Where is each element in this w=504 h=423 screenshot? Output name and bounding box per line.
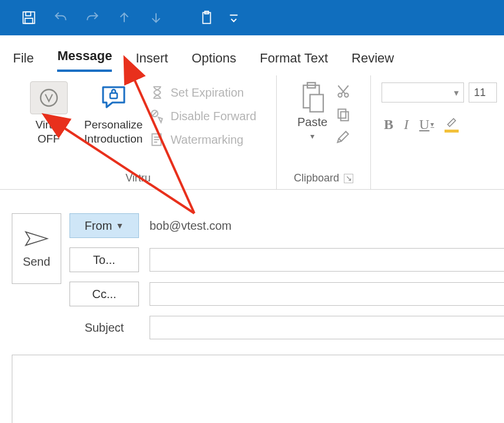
- send-label: Send: [23, 255, 51, 269]
- ribbon-group-virtru: Virtru OFF Personalize Introduction: [0, 75, 277, 189]
- personalize-line2: Introduction: [84, 132, 142, 146]
- subject-input[interactable]: [150, 316, 504, 339]
- ribbon-group-clipboard: Paste ▾ Clipboard ↘: [277, 75, 371, 189]
- from-label: From: [85, 219, 112, 233]
- cut-button[interactable]: [336, 84, 351, 101]
- format-painter-button[interactable]: [336, 130, 351, 147]
- virtru-options: Set Expiration Disable Forward Watermark…: [146, 78, 260, 147]
- set-expiration-button[interactable]: Set Expiration: [150, 85, 257, 100]
- svg-rect-15: [341, 112, 349, 121]
- svg-rect-14: [338, 109, 346, 118]
- virtru-toggle-line1: Virtru: [35, 118, 62, 132]
- to-button[interactable]: To...: [69, 247, 139, 272]
- tab-message[interactable]: Message: [57, 48, 112, 72]
- cc-input[interactable]: [150, 282, 504, 306]
- watermarking-button[interactable]: Watermarking: [150, 132, 257, 147]
- paste-icon: [299, 81, 326, 113]
- personalize-line1: Personalize: [84, 118, 142, 132]
- italic-button[interactable]: I: [404, 117, 409, 133]
- down-arrow-icon[interactable]: [144, 5, 168, 30]
- chevron-down-icon: ▾: [454, 87, 459, 98]
- redo-icon[interactable]: [80, 5, 105, 30]
- tab-format-text[interactable]: Format Text: [260, 51, 328, 72]
- set-expiration-label: Set Expiration: [171, 86, 244, 100]
- customize-qat-icon[interactable]: [226, 5, 241, 30]
- disable-forward-label: Disable Forward: [171, 110, 257, 123]
- from-button[interactable]: From ▼: [69, 213, 139, 238]
- font-size-selector[interactable]: 11: [469, 82, 497, 103]
- paste-label: Paste: [297, 115, 327, 129]
- svg-rect-6: [110, 93, 117, 98]
- copy-button[interactable]: [336, 107, 351, 124]
- subject-label: Subject: [69, 321, 139, 335]
- clipboard-icon[interactable]: [194, 5, 219, 30]
- menu-bar: File Message Insert Options Format Text …: [0, 35, 504, 72]
- to-label: To...: [93, 253, 115, 267]
- underline-button[interactable]: U▾: [419, 117, 434, 133]
- clipboard-group-label: Clipboard ↘: [294, 168, 353, 187]
- message-body[interactable]: [12, 355, 504, 423]
- bold-button[interactable]: B: [384, 117, 393, 133]
- paste-button[interactable]: Paste ▾: [293, 78, 332, 141]
- virtru-logo-icon: [30, 81, 68, 114]
- save-icon[interactable]: [16, 5, 41, 30]
- svg-rect-11: [310, 95, 323, 112]
- tab-insert[interactable]: Insert: [135, 51, 168, 72]
- compose-pane: Send From ▼ bob@vtest.com To... Cc... Su…: [0, 190, 504, 339]
- virtru-group-label: Virtru: [125, 168, 151, 187]
- ribbon-group-font: ▾ 11 B I U▾: [371, 75, 504, 189]
- send-icon: [24, 229, 49, 248]
- personalize-intro-button[interactable]: Personalize Introduction: [81, 78, 146, 146]
- from-value: bob@vtest.com: [150, 219, 231, 233]
- svg-rect-1: [26, 12, 31, 16]
- virtru-toggle-line2: OFF: [35, 132, 62, 146]
- up-arrow-icon[interactable]: [112, 5, 137, 30]
- dialog-launcher-icon[interactable]: ↘: [344, 174, 353, 183]
- cc-label: Cc...: [92, 287, 116, 301]
- svg-rect-2: [25, 18, 33, 24]
- tab-file[interactable]: File: [13, 51, 34, 72]
- svg-point-5: [41, 90, 57, 106]
- ribbon: Virtru OFF Personalize Introduction: [0, 72, 504, 190]
- tab-options[interactable]: Options: [191, 51, 236, 72]
- to-input[interactable]: [150, 248, 504, 272]
- tab-review[interactable]: Review: [352, 51, 394, 72]
- highlight-button[interactable]: [445, 117, 459, 133]
- virtru-toggle-button[interactable]: Virtru OFF: [16, 78, 81, 146]
- chevron-down-icon: ▼: [115, 221, 124, 230]
- chevron-down-icon: ▾: [310, 131, 314, 141]
- disable-forward-button[interactable]: Disable Forward: [150, 108, 257, 124]
- watermarking-label: Watermarking: [171, 133, 244, 147]
- font-family-selector[interactable]: ▾: [382, 82, 464, 103]
- cc-button[interactable]: Cc...: [69, 282, 139, 306]
- chat-lock-icon: [95, 81, 132, 114]
- undo-icon[interactable]: [48, 5, 73, 30]
- send-button[interactable]: Send: [12, 213, 61, 284]
- title-bar: [0, 0, 504, 35]
